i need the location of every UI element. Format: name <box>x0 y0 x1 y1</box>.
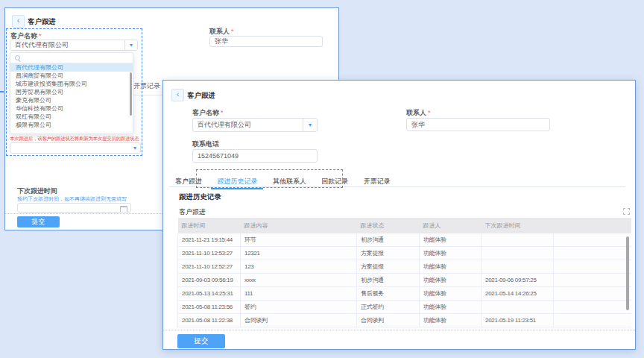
cell-person: 功能体验 <box>420 247 482 260</box>
chevron-down-icon[interactable]: ▾ <box>303 119 317 131</box>
cell-time: 2021-05-08 11:23:56 <box>178 301 241 314</box>
cell-next-time: 2021-05-19 11:23:51 <box>482 314 554 327</box>
cell-content: 12321 <box>241 247 357 260</box>
back-button[interactable]: ‹ <box>171 89 184 101</box>
submit-button[interactable]: 提交 <box>17 216 60 227</box>
required-asterisk: * <box>231 28 234 35</box>
next-followup-hint: 预约下次跟进时间，如不再继续跟进则无需填写 <box>17 195 127 203</box>
cell-time: 2021-05-13 14:25:31 <box>178 287 241 301</box>
selection-handle <box>0 91 4 92</box>
tab-other-contacts[interactable]: 其他联系人 <box>267 175 312 188</box>
cell-person: 功能体验 <box>420 233 482 247</box>
tab-bar: 客户跟进 跟进历史记录 其他联系人 回款记录 开票记录 <box>169 173 625 187</box>
page-title: 客户跟进 <box>28 17 56 27</box>
status-refresh-hint: 本次跟进后，该客户的跟进状态将刷新为本次提交后的跟进状态 <box>10 136 139 142</box>
page-title: 客户跟进 <box>187 91 215 101</box>
calendar-icon[interactable] <box>120 206 127 213</box>
followup-status-select[interactable]: ▾ <box>10 142 141 154</box>
tab-payment-records[interactable]: 回款记录 <box>315 175 354 188</box>
dropdown-option[interactable]: 国芳贸易有限公司 <box>10 88 133 96</box>
tabs-underline <box>130 95 164 95</box>
table-header-row: 跟进时间 跟进内容 跟进状态 跟进人 下次跟进时间 <box>178 218 631 233</box>
customer-name-select[interactable]: 百代代理有限公司 ▾ <box>192 118 318 132</box>
cell-next-time <box>482 260 554 274</box>
submit-button[interactable]: 提交 <box>177 334 225 348</box>
required-asterisk: * <box>39 32 42 40</box>
table-row[interactable]: 2021-05-13 14:25:31 111 售后服务 功能体验 2021-0… <box>178 287 631 301</box>
col-empty <box>554 218 631 233</box>
back-button[interactable]: ‹ <box>12 15 25 28</box>
cell-person: 功能体验 <box>420 260 482 274</box>
subsection-title: 客户跟进 <box>179 207 206 217</box>
cell-status: 初步沟通 <box>357 233 420 247</box>
dropdown-option[interactable]: 华信科技有限公司 <box>10 104 133 113</box>
col-followup-status: 跟进状态 <box>357 218 420 233</box>
dropdown-option[interactable]: 极限有限公司 <box>10 121 133 129</box>
cell-next-time: 2021-05-14 14:26:25 <box>482 287 554 301</box>
dropdown-list: 百代代理有限公司 昌润商贸有限公司 城市建设投资集团有限公司 国芳贸易有限公司 … <box>10 63 133 129</box>
cell-person: 功能体验 <box>420 314 482 327</box>
cell-content: 环节 <box>241 233 357 247</box>
dropdown-search-input[interactable] <box>10 53 133 63</box>
cell-content: 合同谈判 <box>241 314 357 327</box>
tab-customer-followup[interactable]: 客户跟进 <box>169 175 208 188</box>
table-row[interactable]: 2021-05-08 11:23:56 签约 正式签约 功能体验 <box>178 301 631 314</box>
cell-time: 2021-05-08 11:22:38 <box>178 314 241 327</box>
customer-name-value: 百代代理有限公司 <box>198 120 251 130</box>
dropdown-option[interactable]: 豪克有限公司 <box>10 96 133 104</box>
dropdown-option[interactable]: 昌润商贸有限公司 <box>10 72 133 80</box>
search-icon <box>15 55 21 61</box>
tab-invoice-records-partial[interactable]: 开票记录 <box>133 81 160 91</box>
cell-time: 2021-11-10 12:53:27 <box>178 247 241 260</box>
dropdown-option[interactable]: 城市建设投资集团有限公司 <box>10 80 133 88</box>
customer-name-dropdown: 百代代理有限公司 昌润商贸有限公司 城市建设投资集团有限公司 国芳贸易有限公司 … <box>10 52 133 134</box>
col-followup-content: 跟进内容 <box>241 218 357 233</box>
col-next-followup-time: 下次跟进时间 <box>482 218 554 233</box>
contact-input[interactable]: 张华 <box>209 36 323 47</box>
cell-status: 初步沟通 <box>357 274 420 287</box>
table-row[interactable]: 2021-05-08 11:22:38 合同谈判 合同谈判 功能体验 2021-… <box>178 314 631 327</box>
contact-input[interactable]: 张华 <box>406 118 550 131</box>
dropdown-scrollbar[interactable] <box>130 72 132 116</box>
dropdown-option[interactable]: 百代代理有限公司 <box>10 63 133 72</box>
tab-followup-history[interactable]: 跟进历史记录 <box>211 175 263 189</box>
table-row[interactable]: 2021-11-21 19:15:44 环节 初步沟通 功能体验 <box>178 233 631 247</box>
back-chevron-icon: ‹ <box>17 16 20 25</box>
table-row[interactable]: 2021-11-10 12:52:27 123 方案提报 功能体验 <box>178 260 631 274</box>
next-followup-time-input[interactable] <box>17 203 131 213</box>
fullscreen-icon[interactable] <box>623 208 630 215</box>
customer-name-value: 百代代理有限公司 <box>15 40 69 50</box>
tab-invoice-records[interactable]: 开票记录 <box>358 175 397 188</box>
cell-empty <box>554 247 631 260</box>
chevron-down-icon: ▾ <box>133 143 136 153</box>
col-followup-person: 跟进人 <box>420 218 482 233</box>
col-followup-time: 跟进时间 <box>178 218 241 233</box>
contact-value: 张华 <box>411 120 425 130</box>
cell-empty <box>554 287 631 301</box>
cell-empty <box>554 314 631 327</box>
back-chevron-icon: ‹ <box>177 90 180 98</box>
table-row[interactable]: 2021-11-10 12:53:27 12321 方案提报 功能体验 <box>178 247 631 260</box>
cell-time: 2021-11-21 19:15:44 <box>178 233 241 247</box>
cell-next-time <box>482 233 554 247</box>
cell-content: 签约 <box>241 301 357 314</box>
cell-person: 功能体验 <box>420 274 482 287</box>
divider <box>163 330 635 330</box>
chevron-down-icon[interactable]: ▾ <box>124 40 137 50</box>
cell-empty <box>554 274 631 287</box>
phone-value: 15245671049 <box>198 152 239 160</box>
customer-name-select[interactable]: 百代代理有限公司 ▾ <box>10 40 138 51</box>
phone-input[interactable]: 15245671049 <box>192 149 318 163</box>
customer-name-label: 客户名称* <box>192 108 224 118</box>
cell-content: 111 <box>241 287 357 301</box>
table-row[interactable]: 2021-09-03 09:56:19 xxxx 初步沟通 功能体验 2021-… <box>178 274 631 287</box>
cell-next-time: 2021-09-06 09:57:25 <box>482 274 554 287</box>
dropdown-option[interactable]: 双红有限公司 <box>10 113 133 121</box>
cell-empty <box>554 301 631 314</box>
cell-person: 功能体验 <box>420 301 482 314</box>
cell-content: 123 <box>241 260 357 274</box>
cell-status: 方案提报 <box>357 247 420 260</box>
table-scrollbar[interactable] <box>626 236 629 310</box>
contact-value: 张华 <box>215 37 228 46</box>
contact-label: 联系人* <box>406 108 431 118</box>
